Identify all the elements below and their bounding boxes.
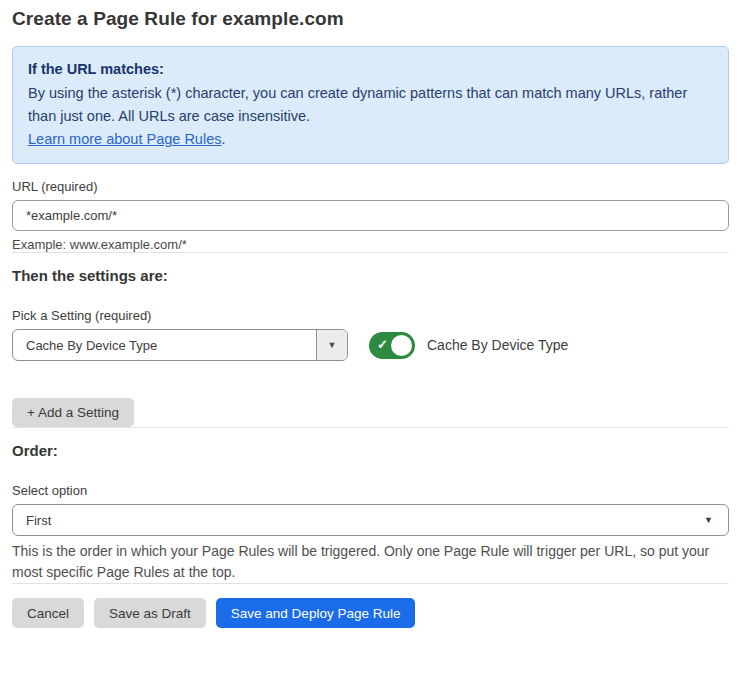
info-box-heading: If the URL matches: bbox=[28, 58, 713, 80]
url-input[interactable] bbox=[12, 200, 729, 231]
url-match-info-box: If the URL matches: By using the asteris… bbox=[12, 46, 729, 164]
footer-divider bbox=[12, 583, 729, 584]
chevron-down-icon[interactable]: ▼ bbox=[316, 330, 347, 360]
save-as-draft-button[interactable]: Save as Draft bbox=[94, 598, 206, 628]
setting-row: Cache By Device Type ▼ ✓ Cache By Device… bbox=[12, 329, 729, 361]
toggle-label: Cache By Device Type bbox=[427, 337, 568, 353]
order-select-value: First bbox=[13, 513, 704, 528]
link-period: . bbox=[221, 131, 225, 147]
settings-section-heading: Then the settings are: bbox=[12, 267, 729, 284]
order-select[interactable]: First ▼ bbox=[12, 504, 729, 536]
page-title: Create a Page Rule for example.com bbox=[12, 8, 729, 30]
url-example-helper: Example: www.example.com/* bbox=[12, 237, 729, 252]
order-section-heading: Order: bbox=[12, 442, 729, 459]
create-page-rule-form: Create a Page Rule for example.com If th… bbox=[0, 0, 750, 628]
url-label: URL (required) bbox=[12, 179, 729, 194]
toggle-knob bbox=[391, 335, 412, 356]
select-option-label: Select option bbox=[12, 483, 729, 498]
info-box-link-line: Learn more about Page Rules. bbox=[28, 128, 713, 151]
pick-setting-label: Pick a Setting (required) bbox=[12, 308, 729, 323]
cancel-button[interactable]: Cancel bbox=[12, 598, 84, 628]
save-and-deploy-button[interactable]: Save and Deploy Page Rule bbox=[216, 598, 416, 628]
add-setting-button[interactable]: + Add a Setting bbox=[12, 398, 134, 427]
learn-more-link[interactable]: Learn more about Page Rules bbox=[28, 131, 221, 147]
info-box-body: By using the asterisk (*) character, you… bbox=[28, 82, 713, 128]
check-icon: ✓ bbox=[377, 338, 388, 351]
setting-toggle[interactable]: ✓ bbox=[369, 332, 415, 359]
setting-select[interactable]: Cache By Device Type ▼ bbox=[12, 329, 348, 361]
section-divider bbox=[12, 252, 729, 253]
footer-actions: Cancel Save as Draft Save and Deploy Pag… bbox=[12, 598, 729, 628]
section-divider bbox=[12, 427, 729, 428]
order-helper-text: This is the order in which your Page Rul… bbox=[12, 541, 729, 583]
chevron-down-icon: ▼ bbox=[704, 515, 728, 525]
setting-select-value: Cache By Device Type bbox=[13, 338, 316, 353]
